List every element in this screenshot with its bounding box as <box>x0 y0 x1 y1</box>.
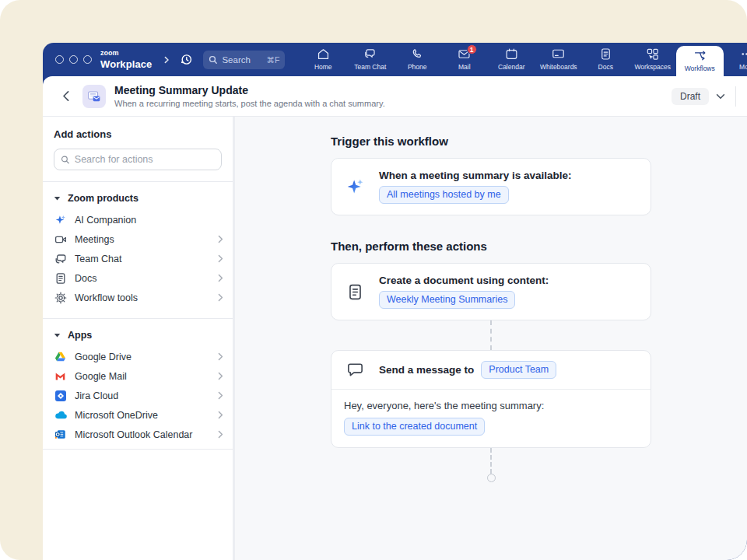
sidebar-title: Add actions <box>54 128 222 140</box>
nav-item-phone[interactable]: Phone <box>394 43 441 76</box>
sidebar-item-team-chat[interactable]: Team Chat <box>43 249 233 268</box>
actions-heading: Then, perform these actions <box>331 240 651 253</box>
chevron-right-icon <box>218 430 223 439</box>
nav-item-more[interactable]: More <box>724 43 747 76</box>
status-badge[interactable]: Draft <box>672 88 709 105</box>
whiteboards-icon <box>551 47 566 61</box>
search-shortcut: ⌘F <box>267 55 280 65</box>
meetings-icon <box>54 233 67 246</box>
page-subtitle: When a recurring meeting starts, post th… <box>114 99 385 108</box>
nav-item-workflows[interactable]: Workflows <box>676 46 724 76</box>
workflow-canvas: Trigger this workflow W <box>235 117 747 560</box>
document-icon <box>344 283 366 301</box>
sidebar-divider <box>43 318 233 319</box>
window-zoom-button[interactable] <box>83 55 92 64</box>
team-chat-icon <box>54 253 67 265</box>
ai-sparkle-icon <box>344 177 366 198</box>
sidebar-divider <box>43 181 233 182</box>
sidebar-item-microsoft-outlook-calendar[interactable]: Microsoft Outlook Calendar <box>43 425 233 444</box>
workflow-thumbnail-icon <box>82 85 106 108</box>
message-body-text: Hey, everyone, here's the meeting summar… <box>344 400 638 411</box>
global-search-input[interactable]: Search ⌘F <box>203 51 285 69</box>
ai-companion-icon <box>54 214 67 226</box>
trigger-scope-pill[interactable]: All meetings hosted by me <box>379 186 509 204</box>
history-icon[interactable] <box>180 53 193 66</box>
section-apps[interactable]: Apps <box>43 324 233 347</box>
action-document-title: Create a document using content: <box>379 275 549 286</box>
screenshot-canvas: zoom Workplace Search ⌘F Home <box>0 0 747 560</box>
chevron-right-icon <box>218 352 223 361</box>
chevron-right-icon <box>218 293 223 302</box>
sidebar-item-docs[interactable]: Docs <box>43 268 233 288</box>
nav-item-docs[interactable]: Docs <box>582 43 630 76</box>
chevron-right-icon <box>218 372 223 380</box>
workflow-end-node[interactable] <box>487 474 496 482</box>
nav-item-whiteboards[interactable]: Whiteboards <box>535 43 583 76</box>
home-icon <box>316 47 331 61</box>
caret-down-icon <box>54 196 61 201</box>
navbar-tabs: Home Team Chat Phone Mail 1 Calend <box>300 43 747 76</box>
chevron-right-icon <box>218 411 223 419</box>
zoom-workplace-window: zoom Workplace Search ⌘F Home <box>43 43 747 560</box>
workflow-connector <box>490 320 492 350</box>
sidebar-item-jira-cloud[interactable]: Jira Cloud <box>43 386 233 405</box>
chevron-right-icon <box>218 254 223 263</box>
header-divider <box>735 86 736 107</box>
sidebar-item-microsoft-onedrive[interactable]: Microsoft OneDrive <box>43 405 233 425</box>
nav-item-team-chat[interactable]: Team Chat <box>347 43 395 76</box>
chat-bubble-icon <box>344 361 366 379</box>
docs-icon <box>54 272 67 285</box>
sidebar-item-google-drive[interactable]: Google Drive <box>43 347 233 366</box>
mail-badge: 1 <box>467 44 477 54</box>
document-content-pill[interactable]: Weekly Meeting Summaries <box>379 291 515 309</box>
nav-item-home[interactable]: Home <box>300 43 347 76</box>
actions-search-field[interactable] <box>54 149 222 170</box>
chevron-right-icon <box>218 274 223 282</box>
gear-icon <box>54 292 67 304</box>
trigger-card[interactable]: When a meeting summary is available: All… <box>331 158 651 215</box>
window-controls <box>55 55 92 64</box>
action-card-send-message[interactable]: Send a message to Product Team Hey, ever… <box>331 350 651 448</box>
action-message-title: Send a message to <box>379 364 474 376</box>
search-icon <box>209 55 218 65</box>
team-chat-icon <box>363 47 377 61</box>
back-button[interactable] <box>57 87 75 106</box>
google-drive-icon <box>54 351 67 362</box>
workflow-connector <box>490 448 492 474</box>
sidebar-item-ai-companion[interactable]: AI Companion <box>43 210 233 229</box>
caret-down-icon <box>54 333 61 338</box>
chevron-right-icon <box>218 391 223 400</box>
workflow-title-block: Meeting Summary Update When a recurring … <box>114 84 385 108</box>
calendar-icon <box>504 47 519 61</box>
sidebar-item-workflow-tools[interactable]: Workflow tools <box>43 288 233 307</box>
chevron-left-icon <box>62 90 70 102</box>
window-close-button[interactable] <box>55 55 64 64</box>
trigger-heading: Trigger this workflow <box>331 135 651 148</box>
sidebar-item-meetings[interactable]: Meetings <box>43 229 233 249</box>
search-icon <box>61 155 70 165</box>
chevron-right-icon[interactable] <box>163 56 170 64</box>
workflows-icon <box>693 48 707 63</box>
actions-search-input[interactable] <box>75 154 215 165</box>
trigger-title: When a meeting summary is available: <box>379 170 572 181</box>
actions-sidebar: Add actions Zoom products AI Companion <box>43 117 235 560</box>
message-link-pill[interactable]: Link to the created document <box>344 418 485 436</box>
nav-item-workspaces[interactable]: Workspaces <box>630 43 677 76</box>
sidebar-divider <box>43 449 233 450</box>
status-chevron-down-icon[interactable] <box>716 93 725 100</box>
action-card-create-document[interactable]: Create a document using content: Weekly … <box>331 263 651 320</box>
google-mail-icon <box>54 370 67 382</box>
message-recipient-pill[interactable]: Product Team <box>481 361 556 379</box>
docs-icon <box>598 47 613 61</box>
workflow-header: Meeting Summary Update When a recurring … <box>43 76 747 117</box>
section-zoom-products[interactable]: Zoom products <box>43 187 233 210</box>
sidebar-item-google-mail[interactable]: Google Mail <box>43 366 233 386</box>
window-minimize-button[interactable] <box>69 55 78 64</box>
workspaces-icon <box>645 47 660 61</box>
search-placeholder: Search <box>222 55 250 65</box>
page-title: Meeting Summary Update <box>114 84 385 98</box>
logo-zoom-text: zoom <box>100 50 152 57</box>
outlook-calendar-icon <box>54 429 67 440</box>
nav-item-mail[interactable]: Mail 1 <box>441 43 489 76</box>
nav-item-calendar[interactable]: Calendar <box>488 43 535 76</box>
